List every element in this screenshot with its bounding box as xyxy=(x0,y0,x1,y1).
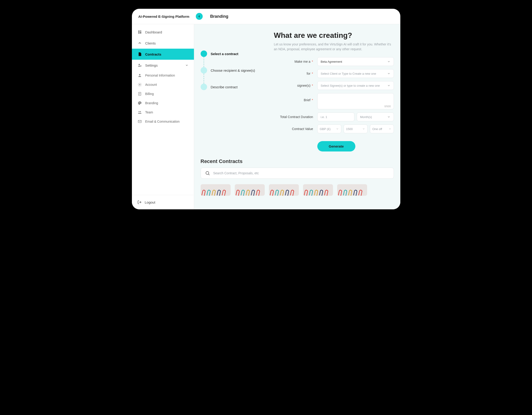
select-currency[interactable]: GBP (£) xyxy=(317,124,341,133)
generate-button[interactable]: Generate xyxy=(317,141,355,151)
step-choose-recipient[interactable]: Choose recipient & signee(s) xyxy=(201,67,259,74)
svg-point-13 xyxy=(139,102,140,102)
select-client[interactable]: Select Client or Type to Create a new on… xyxy=(317,69,394,78)
required-marker: * xyxy=(311,60,313,63)
sidebar-item-personal-info[interactable]: Personal Information xyxy=(132,71,194,80)
label-duration: Total Contract Duration xyxy=(274,115,313,119)
sidebar-item-clients[interactable]: Clients xyxy=(132,38,194,49)
sidebar-item-label: Contracts xyxy=(145,52,162,56)
sidebar-item-label: Dashboard xyxy=(145,30,162,34)
svg-point-6 xyxy=(139,74,141,75)
sidebar-item-contracts[interactable]: Contracts xyxy=(132,49,194,60)
step-connector xyxy=(204,74,204,84)
chevron-down-icon xyxy=(387,84,390,87)
label-text: signee(s) xyxy=(297,84,311,87)
select-placeholder: Select Signee(s) or type to create a new… xyxy=(321,84,380,87)
sidebar-item-label: Clients xyxy=(145,41,156,45)
recent-title: Recent Contracts xyxy=(201,158,394,164)
sidebar-item-branding[interactable]: Branding xyxy=(132,98,194,108)
svg-point-4 xyxy=(138,64,140,65)
contract-card[interactable] xyxy=(337,184,367,196)
row-duration: Total Contract Duration i.e. 1 Month(s) xyxy=(274,113,394,121)
step-describe-contract[interactable]: Describe contract xyxy=(201,84,259,90)
svg-point-14 xyxy=(140,102,141,103)
form: What are we creating? Let us know your p… xyxy=(274,31,394,151)
sidebar-item-billing[interactable]: Billing xyxy=(132,89,194,98)
required-marker: * xyxy=(311,84,313,87)
recent-cards xyxy=(201,184,394,196)
select-contract-type[interactable]: Beta Agreement xyxy=(317,57,394,66)
row-signee: signee(s) * Select Signee(s) or type to … xyxy=(274,81,394,90)
chevron-down-icon xyxy=(185,64,188,67)
contract-card[interactable] xyxy=(201,184,231,196)
row-contract-value: Contract Value GBP (£) 1500 xyxy=(274,124,394,133)
select-value: Beta Agreement xyxy=(321,60,342,63)
sidebar-item-dashboard[interactable]: Dashboard xyxy=(132,27,194,38)
paperclips-icon xyxy=(236,190,260,196)
search-icon xyxy=(205,171,210,176)
svg-line-20 xyxy=(209,174,209,175)
input-amount[interactable]: 1500 xyxy=(344,124,368,133)
chevron-down-icon xyxy=(387,72,390,75)
svg-rect-3 xyxy=(138,32,140,34)
textarea-brief[interactable]: 0/500 xyxy=(317,93,394,109)
handshake-icon xyxy=(137,41,142,45)
envelope-icon xyxy=(137,119,142,124)
select-signee[interactable]: Select Signee(s) or type to create a new… xyxy=(317,81,394,90)
label-signee: signee(s) * xyxy=(274,84,313,87)
required-marker: * xyxy=(311,98,313,102)
step-select-contract[interactable]: Select a contract xyxy=(201,50,259,57)
step-label: Choose recipient & signee(s) xyxy=(211,68,255,72)
body: Dashboard Clients Contracts xyxy=(132,24,400,209)
input-duration[interactable]: i.e. 1 xyxy=(317,113,354,121)
sidebar-item-email-comm[interactable]: Email & Communication xyxy=(132,117,194,126)
sidebar-item-settings[interactable]: Settings xyxy=(132,60,194,71)
dashboard-icon xyxy=(137,30,142,34)
topbar: AI-Powered E-Signing Platform Branding xyxy=(132,9,400,24)
user-icon xyxy=(137,73,142,78)
step-dot-icon xyxy=(201,50,207,57)
paperclips-icon xyxy=(270,190,294,196)
contract-card[interactable] xyxy=(303,184,333,196)
steps: Select a contract Choose recipient & sig… xyxy=(201,31,259,151)
select-placeholder: Select Client or Type to Create a new on… xyxy=(321,72,376,75)
chevron-left-icon xyxy=(198,15,201,18)
contract-card[interactable] xyxy=(269,184,299,196)
svg-point-5 xyxy=(140,66,141,67)
select-frequency[interactable]: One off xyxy=(370,124,394,133)
app-title: AI-Powered E-Signing Platform xyxy=(138,15,190,19)
chevron-down-icon xyxy=(336,128,339,130)
svg-rect-1 xyxy=(140,30,141,31)
sidebar-item-team[interactable]: Team xyxy=(132,108,194,117)
input-value: 1500 xyxy=(346,127,353,131)
sidebar-item-account[interactable]: Account xyxy=(132,80,194,89)
search-bar xyxy=(201,168,394,179)
chevron-down-icon xyxy=(362,128,365,130)
label-for: for * xyxy=(274,72,313,75)
sidebar-item-label: Email & Communication xyxy=(145,120,180,123)
search-input[interactable] xyxy=(213,171,390,175)
step-dot-icon xyxy=(201,67,207,74)
palette-icon xyxy=(137,101,142,105)
select-value: Month(s) xyxy=(360,115,372,119)
select-value: GBP (£) xyxy=(320,127,331,131)
svg-point-7 xyxy=(139,84,140,85)
svg-rect-0 xyxy=(138,30,140,32)
label-make-me-a: Make me a * xyxy=(274,60,313,63)
select-duration-unit[interactable]: Month(s) xyxy=(357,113,394,121)
logout-icon xyxy=(137,200,142,204)
label-text: for xyxy=(307,72,310,75)
chevron-down-icon xyxy=(389,128,391,130)
sidebar: Dashboard Clients Contracts xyxy=(132,24,194,209)
settings-user-icon xyxy=(137,63,142,67)
row-for-client: for * Select Client or Type to Create a … xyxy=(274,69,394,78)
hero-heading: What are we creating? xyxy=(274,31,394,40)
contract-card[interactable] xyxy=(235,184,265,196)
svg-point-15 xyxy=(138,111,140,112)
sidebar-item-label: Branding xyxy=(145,101,158,105)
step-label: Describe contract xyxy=(211,85,238,89)
logout-button[interactable]: Logout xyxy=(132,195,194,209)
back-button[interactable] xyxy=(196,13,203,20)
chevron-down-icon xyxy=(387,115,390,119)
logout-label: Logout xyxy=(145,200,155,204)
